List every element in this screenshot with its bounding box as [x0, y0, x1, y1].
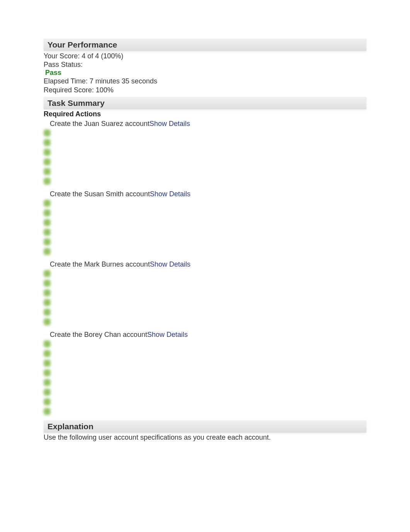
- check-indicator-icon: [44, 219, 51, 226]
- action-text: Create the Borey Chan account: [44, 331, 147, 339]
- required-score: Required Score: 100%: [44, 86, 366, 95]
- task-summary-header: Task Summary: [44, 97, 366, 109]
- check-indicator-icon: [44, 318, 51, 325]
- check-indicator-icon: [44, 299, 51, 306]
- action-item: Create the Juan Suarez accountShow Detai…: [44, 120, 366, 185]
- pass-status-label: Pass Status:: [44, 61, 366, 69]
- required-actions-heading: Required Actions: [44, 110, 366, 118]
- check-indicator-icon: [44, 280, 51, 287]
- check-indicator-icon: [44, 340, 51, 347]
- action-text: Create the Juan Suarez account: [44, 120, 149, 128]
- subitem-indicators: [44, 200, 366, 255]
- check-indicator-icon: [44, 248, 51, 255]
- action-row: Create the Borey Chan accountShow Detail…: [44, 331, 366, 339]
- action-row: Create the Susan Smith accountShow Detai…: [44, 190, 366, 198]
- check-indicator-icon: [44, 389, 51, 396]
- performance-header: Your Performance: [44, 39, 366, 51]
- show-details-link[interactable]: Show Details: [147, 331, 188, 339]
- explanation-section: Explanation Use the following user accou…: [44, 420, 366, 442]
- action-item: Create the Borey Chan accountShow Detail…: [44, 331, 366, 415]
- task-summary-section: Task Summary Required Actions Create the…: [44, 97, 366, 415]
- show-details-link[interactable]: Show Details: [150, 260, 190, 269]
- check-indicator-icon: [44, 129, 51, 136]
- check-indicator-icon: [44, 309, 51, 316]
- explanation-text: Use the following user account specifica…: [44, 433, 366, 442]
- explanation-header: Explanation: [44, 420, 366, 433]
- score-line: Your Score: 4 of 4 (100%): [44, 52, 366, 61]
- check-indicator-icon: [44, 178, 51, 185]
- check-indicator-icon: [44, 270, 51, 277]
- action-item: Create the Susan Smith accountShow Detai…: [44, 190, 366, 255]
- subitem-indicators: [44, 270, 366, 325]
- action-text: Create the Mark Burnes account: [44, 260, 150, 269]
- check-indicator-icon: [44, 398, 51, 405]
- performance-section: Your Performance Your Score: 4 of 4 (100…: [44, 39, 366, 95]
- check-indicator-icon: [44, 238, 51, 245]
- check-indicator-icon: [44, 369, 51, 376]
- check-indicator-icon: [44, 168, 51, 175]
- check-indicator-icon: [44, 149, 51, 156]
- check-indicator-icon: [44, 360, 51, 367]
- check-indicator-icon: [44, 289, 51, 296]
- check-indicator-icon: [44, 158, 51, 165]
- check-indicator-icon: [44, 229, 51, 236]
- elapsed-time: Elapsed Time: 7 minutes 35 seconds: [44, 77, 366, 86]
- pass-status-badge: Pass: [44, 69, 61, 77]
- subitem-indicators: [44, 340, 366, 415]
- check-indicator-icon: [44, 350, 51, 357]
- check-indicator-icon: [44, 200, 51, 207]
- check-indicator-icon: [44, 139, 51, 146]
- show-details-link[interactable]: Show Details: [149, 120, 190, 128]
- action-item: Create the Mark Burnes accountShow Detai…: [44, 260, 366, 325]
- show-details-link[interactable]: Show Details: [150, 190, 190, 198]
- check-indicator-icon: [44, 209, 51, 216]
- check-indicator-icon: [44, 379, 51, 386]
- action-row: Create the Juan Suarez accountShow Detai…: [44, 120, 366, 128]
- check-indicator-icon: [44, 408, 51, 415]
- action-row: Create the Mark Burnes accountShow Detai…: [44, 260, 366, 269]
- subitem-indicators: [44, 129, 366, 185]
- action-text: Create the Susan Smith account: [44, 190, 150, 198]
